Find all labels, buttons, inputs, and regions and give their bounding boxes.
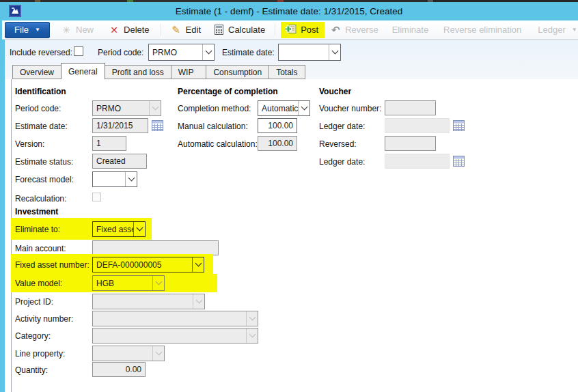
delete-x-icon: ✕	[109, 25, 120, 36]
tab-totals[interactable]: Totals	[269, 65, 305, 79]
chevron-down-icon: ▼	[35, 27, 40, 33]
ledger-date-field	[385, 118, 450, 133]
tab-strip: Overview General Profit and loss WIP Con…	[12, 63, 305, 79]
calendar-icon[interactable]	[453, 120, 465, 131]
voucher-number-field	[385, 100, 436, 115]
chevron-down-icon	[329, 44, 340, 60]
tab-wip[interactable]: WIP	[171, 65, 207, 79]
activity-number-combo	[92, 311, 258, 326]
post-journal-icon	[285, 24, 297, 36]
dynamics-ax-icon	[9, 5, 21, 17]
toolbar-separator	[161, 24, 161, 36]
value-model-combo: HGB	[92, 275, 165, 291]
calculator-icon	[213, 25, 224, 36]
quantity-field: 0.00	[92, 362, 146, 377]
estimate-date-field: 1/31/2015	[92, 118, 148, 133]
edit-button[interactable]: ✎ Edit	[171, 25, 201, 36]
line-property-combo	[92, 346, 165, 361]
calendar-icon[interactable]	[152, 120, 163, 131]
pencil-icon: ✎	[171, 25, 182, 36]
period-code-label: Period code:	[15, 104, 61, 113]
estimate-window: Estimate (1 - demf) - Estimate date: 1/3…	[0, 0, 578, 392]
chevron-down-icon	[193, 294, 204, 309]
forecast-model-label: Forecast model:	[15, 175, 74, 184]
file-menu-button[interactable]: File ▼	[5, 22, 50, 38]
chevron-down-icon: ▼	[572, 27, 577, 33]
project-id-label: Project ID:	[15, 297, 53, 307]
tab-consumption[interactable]: Consumption	[206, 65, 269, 79]
ledger-date-label: Ledger date:	[319, 157, 365, 167]
reverse-button[interactable]: ↶ Reverse	[330, 25, 378, 36]
investment-header: Investment	[15, 207, 58, 216]
category-combo	[92, 328, 258, 344]
include-reversed-checkbox[interactable]	[74, 46, 83, 56]
value-model-label: Value model:	[15, 279, 62, 288]
toolbar: File ▼ ✳ New ✕ Delete ✎ Edit	[0, 20, 578, 40]
reverse-arrow-icon: ↶	[330, 25, 341, 36]
recalculation-label: Recalculation:	[15, 194, 66, 204]
voucher-number-label: Voucher number:	[319, 104, 381, 113]
manual-calculation-label: Manual calculation:	[178, 122, 248, 131]
toolbar-separator	[275, 24, 275, 36]
delete-button[interactable]: ✕ Delete	[109, 25, 150, 36]
new-button[interactable]: ✳ New	[61, 25, 94, 36]
tab-general[interactable]: General	[61, 63, 105, 79]
fixed-asset-number-combo[interactable]: DEFA-000000005	[92, 257, 204, 272]
include-reversed-label: Include reversed:	[10, 48, 72, 57]
period-code-combo: PRMO	[92, 100, 161, 116]
chevron-down-icon	[246, 311, 258, 326]
forecast-model-combo[interactable]	[92, 171, 137, 187]
titlebar: Estimate (1 - demf) - Estimate date: 1/3…	[0, 2, 578, 20]
activity-number-label: Activity number:	[15, 314, 73, 324]
version-label: Version:	[15, 139, 44, 149]
estimate-status-label: Estimate status:	[15, 157, 73, 167]
chevron-down-icon	[152, 346, 164, 361]
eliminate-to-combo[interactable]: Fixed asset	[92, 221, 146, 237]
window-left-border	[0, 20, 2, 40]
calendar-icon[interactable]	[453, 156, 465, 167]
ledger-menu-button[interactable]: Ledger ▼	[538, 25, 577, 35]
file-label: File	[14, 25, 29, 35]
main-account-label: Main account:	[15, 244, 66, 253]
calculate-button[interactable]: Calculate	[213, 25, 265, 36]
filter-period-code-combo[interactable]: PRMO	[148, 44, 215, 61]
identification-header: Identification	[15, 87, 66, 96]
filter-estimate-date-combo[interactable]	[278, 44, 341, 61]
filter-period-code-label: Period code:	[98, 48, 143, 57]
automatic-calculation-label: Automatic calculation:	[178, 139, 258, 149]
new-burst-icon: ✳	[61, 25, 72, 36]
line-property-label: Line property:	[15, 349, 65, 359]
post-button[interactable]: Post	[281, 22, 325, 38]
window-left-border	[0, 40, 5, 392]
chevron-down-icon	[125, 172, 137, 186]
chevron-down-icon	[246, 328, 258, 343]
voucher-header: Voucher	[319, 87, 351, 96]
ledger-date-label: Ledger date:	[319, 122, 365, 131]
main-account-field	[92, 240, 219, 255]
window-title: Estimate (1 - demf) - Estimate date: 1/3…	[0, 6, 578, 16]
estimate-status-field: Created	[92, 154, 147, 169]
tab-overview[interactable]: Overview	[12, 65, 61, 79]
chevron-down-icon	[202, 44, 214, 60]
chevron-down-icon	[133, 222, 145, 236]
percentage-of-completion-header: Percentage of completion	[178, 87, 278, 96]
chevron-down-icon	[152, 276, 164, 290]
estimate-date-label: Estimate date:	[15, 122, 68, 131]
quantity-label: Quantity:	[15, 365, 48, 375]
reversed-label: Reversed:	[319, 139, 357, 149]
version-field: 1	[92, 136, 126, 151]
manual-calculation-field[interactable]: 100.00	[258, 118, 297, 133]
ledger-date-field	[385, 154, 450, 169]
eliminate-button[interactable]: Eliminate	[392, 25, 428, 35]
chevron-down-icon	[149, 101, 161, 115]
completion-method-combo[interactable]: Automatic	[258, 100, 310, 116]
filter-estimate-date-label: Estimate date:	[222, 48, 275, 57]
chevron-down-icon	[192, 257, 204, 272]
eliminate-to-label: Eliminate to:	[15, 225, 60, 234]
project-id-combo	[92, 294, 205, 309]
recalculation-checkbox	[92, 193, 101, 201]
reverse-elimination-button[interactable]: Reverse elimination	[443, 25, 521, 35]
reversed-field	[385, 136, 436, 151]
tab-profit-and-loss[interactable]: Profit and loss	[105, 65, 171, 79]
automatic-calculation-field: 100.00	[258, 136, 297, 151]
